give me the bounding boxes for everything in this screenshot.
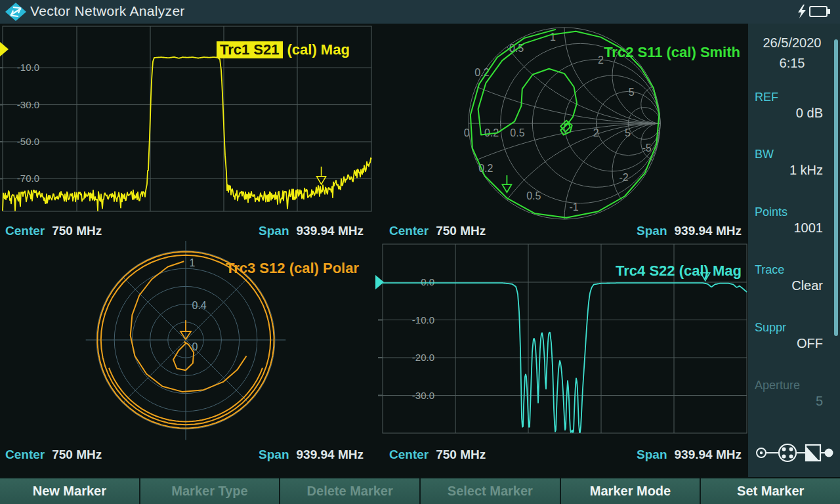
param-label: Trace bbox=[755, 263, 840, 277]
softkey-label: Select Marker bbox=[448, 484, 533, 499]
param-value: 1001 bbox=[748, 220, 823, 236]
center-value: 750 MHz bbox=[52, 224, 102, 238]
rs-logo-icon bbox=[5, 2, 27, 22]
softkey-label: Set Marker bbox=[737, 484, 804, 499]
span-label: Span bbox=[259, 224, 289, 238]
svg-text:-10.0: -10.0 bbox=[17, 62, 39, 73]
trc2-axis-row: Center 750 MHz Span 939.94 MHz bbox=[375, 220, 748, 241]
svg-text:-5: -5 bbox=[642, 142, 651, 154]
svg-text:-30.0: -30.0 bbox=[412, 390, 434, 401]
softkey-label: New Marker bbox=[33, 484, 106, 499]
softkey-bar: New MarkerMarker TypeDelete MarkerSelect… bbox=[0, 477, 840, 504]
svg-text:0.0: 0.0 bbox=[421, 276, 434, 287]
param-label: Points bbox=[755, 205, 840, 219]
quadrant-trc1-s21-mag[interactable]: -10.0-30.0-50.0-70.0 Trc1 S21(cal) Mag C… bbox=[0, 24, 375, 241]
svg-text:0.5: 0.5 bbox=[509, 43, 524, 54]
center-label: Center bbox=[389, 448, 429, 462]
span-value: 939.94 MHz bbox=[297, 448, 364, 462]
span-label: Span bbox=[637, 224, 667, 238]
svg-text:-50.0: -50.0 bbox=[17, 136, 39, 147]
param-label: REF bbox=[755, 91, 840, 104]
param-value: 5 bbox=[748, 394, 823, 409]
svg-text:-30.0: -30.0 bbox=[17, 99, 39, 110]
trc1-trace-label: Trc1 S21(cal) Mag bbox=[217, 41, 350, 58]
sidebar-param-suppr: SupprOFF bbox=[748, 321, 840, 351]
status-date: 26/5/2020 bbox=[748, 33, 836, 53]
span-label: Span bbox=[259, 448, 289, 462]
softkey-set-marker[interactable]: Set Marker bbox=[701, 478, 840, 504]
svg-text:-1: -1 bbox=[569, 201, 578, 213]
center-label: Center bbox=[5, 448, 45, 462]
quadrant-trc4-s22-mag[interactable]: 0.0-10.0-20.0-30.0 Trc4 S22 (cal) Mag Ce… bbox=[375, 241, 748, 465]
sidebar-param-aperture: Aperture5 bbox=[748, 379, 840, 409]
trc1-label-rest: (cal) Mag bbox=[287, 41, 350, 58]
title-bar: Vector Network Analyzer bbox=[0, 0, 840, 24]
svg-text:0.5: 0.5 bbox=[510, 127, 524, 138]
status-time: 6:15 bbox=[748, 53, 836, 74]
svg-text:0.5: 0.5 bbox=[526, 190, 541, 201]
param-label: BW bbox=[755, 148, 840, 161]
sidebar-param-bw: BW1 kHz bbox=[748, 148, 840, 178]
trc4-axis-row: Center 750 MHz Span 939.94 MHz bbox=[375, 444, 748, 465]
param-value: 0 dB bbox=[748, 106, 823, 121]
softkey-label: Delete Marker bbox=[307, 484, 393, 499]
trc4-trace-label: Trc4 S22 (cal) Mag bbox=[616, 262, 742, 280]
svg-text:1: 1 bbox=[550, 32, 556, 43]
trc3-trace-label: Trc3 S12 (cal) Polar bbox=[226, 260, 359, 277]
vna-screen: Vector Network Analyzer -10.0-30.0-50.0-… bbox=[0, 0, 840, 504]
svg-text:5: 5 bbox=[629, 87, 635, 98]
svg-text:-70.0: -70.0 bbox=[17, 173, 39, 184]
svg-text:-2: -2 bbox=[619, 172, 628, 183]
softkey-select-marker[interactable]: Select Marker bbox=[421, 478, 561, 504]
svg-text:1: 1 bbox=[189, 257, 195, 268]
svg-text:0: 0 bbox=[464, 127, 470, 138]
quadrant-trc2-s11-smith[interactable]: 0.20.51250.20.5-1-2-500.20.525 Trc2 S11 … bbox=[375, 24, 748, 241]
svg-text:-20.0: -20.0 bbox=[412, 352, 434, 363]
center-label: Center bbox=[389, 224, 429, 238]
battery-charging-icon bbox=[795, 4, 832, 20]
param-label: Suppr bbox=[755, 321, 840, 335]
span-label: Span bbox=[637, 448, 667, 462]
svg-text:5: 5 bbox=[625, 127, 631, 138]
quadrant-trc3-s12-polar[interactable]: 10.40 Trc3 S12 (cal) Polar Center 750 MH… bbox=[0, 241, 375, 465]
date-time: 26/5/2020 6:15 bbox=[748, 33, 836, 74]
softkey-new-marker[interactable]: New Marker bbox=[0, 478, 140, 504]
svg-text:-10.0: -10.0 bbox=[412, 314, 434, 326]
trc1-axis-row: Center 750 MHz Span 939.94 MHz bbox=[0, 220, 375, 241]
span-value: 939.94 MHz bbox=[675, 448, 742, 462]
settings-sidebar: 26/5/2020 6:15 REF0 dBBW1 kHzPoints1001T… bbox=[748, 24, 840, 477]
softkey-delete-marker[interactable]: Delete Marker bbox=[280, 478, 421, 504]
center-label: Center bbox=[5, 224, 45, 238]
param-value: Clear bbox=[748, 278, 823, 293]
span-value: 939.94 MHz bbox=[297, 224, 364, 238]
port-diagram-icon bbox=[755, 441, 833, 465]
softkey-marker-type[interactable]: Marker Type bbox=[140, 478, 281, 504]
trc2-trace-label: Trc2 S11 (cal) Smith bbox=[604, 44, 740, 61]
page-title: Vector Network Analyzer bbox=[30, 3, 185, 19]
svg-text:2: 2 bbox=[598, 54, 604, 66]
param-value: OFF bbox=[748, 336, 823, 351]
softkey-label: Marker Mode bbox=[590, 484, 671, 499]
center-value: 750 MHz bbox=[436, 224, 486, 238]
trc1-label-highlight: Trc1 S21 bbox=[217, 41, 283, 58]
center-value: 750 MHz bbox=[52, 448, 102, 462]
sidebar-param-ref: REF0 dB bbox=[748, 91, 840, 121]
softkey-marker-mode[interactable]: Marker Mode bbox=[561, 478, 702, 504]
trc3-axis-row: Center 750 MHz Span 939.94 MHz bbox=[0, 444, 375, 465]
svg-text:2: 2 bbox=[593, 127, 599, 138]
sidebar-scrollbar[interactable] bbox=[834, 39, 838, 336]
softkey-label: Marker Type bbox=[171, 484, 247, 499]
span-value: 939.94 MHz bbox=[675, 224, 742, 238]
param-value: 1 kHz bbox=[748, 163, 823, 178]
svg-text:0.4: 0.4 bbox=[192, 300, 207, 311]
center-value: 750 MHz bbox=[436, 448, 486, 462]
sidebar-param-points: Points1001 bbox=[748, 205, 840, 236]
sidebar-param-trace: TraceClear bbox=[748, 263, 840, 293]
param-label: Aperture bbox=[755, 379, 840, 392]
